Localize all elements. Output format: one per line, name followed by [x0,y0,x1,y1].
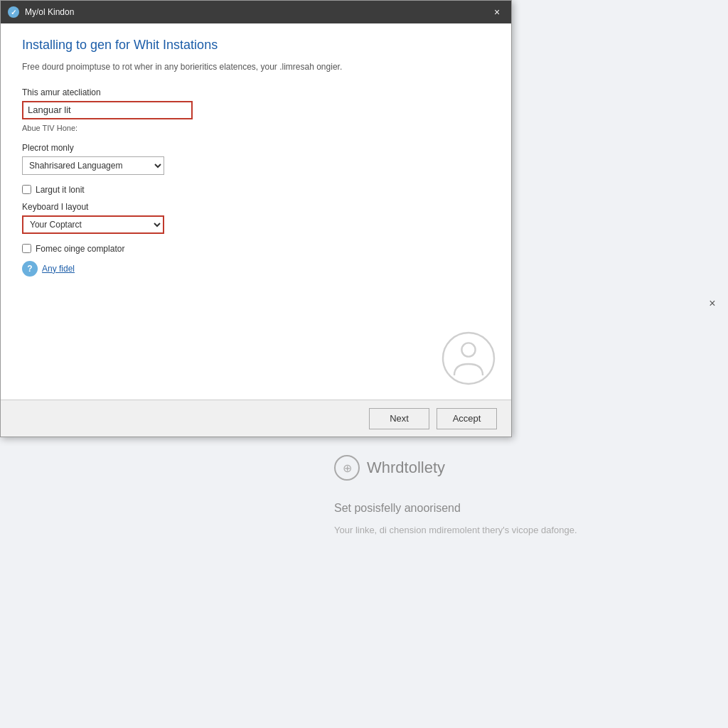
checkbox2-label: Fomec oinge complator [36,244,124,254]
field1-group: This amur atecliation Abue TIV Hone: [22,87,490,133]
bg-tagline: Set posisfelly anoorisend [334,502,700,515]
title-bar: ✓ My/ol Kindon × [1,1,511,23]
app-icon: ✓ [8,6,19,18]
svg-point-1 [461,343,475,356]
help-link[interactable]: ? Any fidel [22,261,490,277]
bg-logo-icon: ⊕ [334,455,360,481]
dialog-window: ✓ My/ol Kindon × Installing to gen for W… [0,0,512,437]
checkbox1-input[interactable] [22,185,31,194]
bg-logo: ⊕ Whrdtollety [334,455,700,481]
next-button[interactable]: Next [369,408,429,429]
dialog-title: Installing to gen for Whit Instations [22,38,490,53]
title-bar-text: My/ol Kindon [25,7,74,17]
checkbox2-input[interactable] [22,244,31,253]
field2-group: Plecrot monly Shahrisared LanguagemOptio… [22,143,490,175]
decorative-svg [440,330,497,387]
title-bar-left: ✓ My/ol Kindon [8,6,74,18]
bg-description: Your linke, di chension mdiremolent ther… [334,523,700,537]
dialog-subtitle: Free dourd pnoimptuse to rot wher in any… [22,61,490,73]
bg-logo-text: Whrdtollety [367,459,445,477]
accept-button[interactable]: Accept [437,408,497,429]
background-branding: ⊕ Whrdtollety Set posisfelly anoorisend … [306,441,728,552]
field3-label: Keyboard I layout [22,202,490,212]
field2-select[interactable]: Shahrisared LanguagemOption 2Option 3 [22,156,164,175]
field2-label: Plecrot monly [22,143,490,153]
dialog-footer: Next Accept [1,400,511,437]
field3-group: Keyboard I layout Your CoptarctOption 2O… [22,202,490,234]
checkbox1-label: Largut it lonit [36,185,85,195]
help-icon: ? [22,261,38,277]
dialog-close-button[interactable]: × [490,5,504,19]
decorative-image [433,323,504,394]
background-close-button[interactable]: × [704,295,721,312]
field1-input[interactable] [22,101,193,119]
field1-label: This amur atecliation [22,87,490,97]
help-text: Any fidel [42,264,75,274]
svg-point-0 [443,333,494,384]
field3-select[interactable]: Your CoptarctOption 2Option 3 [22,215,164,234]
field1-sublabel: Abue TIV Hone: [22,124,77,132]
checkbox2-row: Fomec oinge complator [22,244,490,254]
checkbox1-row: Largut it lonit [22,185,490,195]
